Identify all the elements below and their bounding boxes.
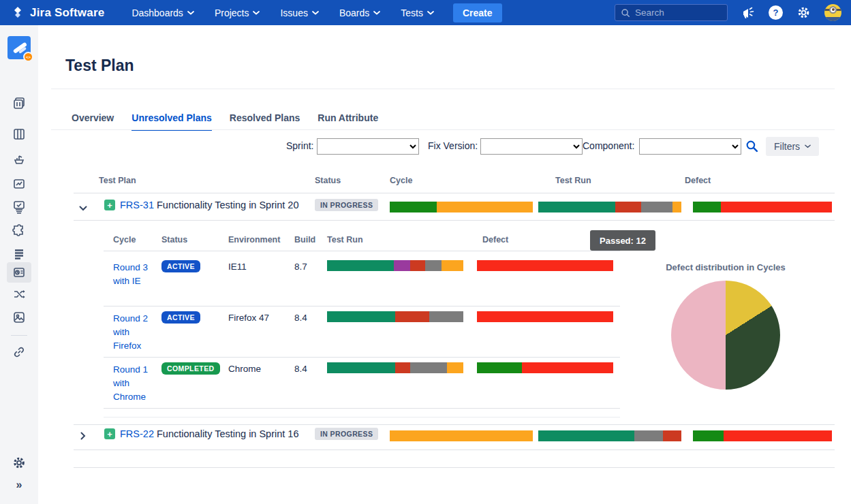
test-run-progress-bar[interactable] [538, 430, 681, 441]
tab-bar: Overview Unresolved Plans Resolved Plans… [72, 112, 378, 131]
divider [74, 193, 835, 193]
status-badge: IN PROGRESS [315, 199, 378, 211]
test-run-progress-bar[interactable] [538, 202, 681, 212]
issue-key-link[interactable]: FRS-22 [120, 428, 154, 439]
sprint-select[interactable] [317, 138, 419, 155]
test-run-progress-bar[interactable] [327, 311, 463, 322]
filters-button[interactable]: Filters [766, 137, 819, 156]
issue-summary-text: Functionality Testing in Sprint 16 [157, 428, 299, 439]
menu-issues[interactable]: Issues [280, 7, 318, 18]
board-icon[interactable] [12, 127, 26, 141]
divider [74, 450, 835, 450]
chevron-down-icon [373, 11, 380, 15]
tab-unresolved-plans[interactable]: Unresolved Plans [131, 112, 212, 131]
chevron-down-icon [187, 11, 194, 15]
pie-chart-title: Defect distribution in Cycles [630, 262, 821, 272]
top-navbar: Jira Software Dashboards Projects Issues… [0, 0, 851, 25]
menu-dashboards[interactable]: Dashboards [131, 7, 194, 18]
divider [104, 306, 620, 306]
addon-badge-icon: <> [23, 52, 33, 62]
menu-label: Dashboards [131, 7, 183, 18]
menu-projects[interactable]: Projects [215, 7, 260, 18]
project-sidebar: <> [0, 25, 38, 504]
test-plan-icon[interactable] [7, 262, 31, 283]
cycle-progress-bar[interactable] [390, 202, 533, 212]
user-avatar[interactable] [824, 4, 841, 21]
test-suite-icon[interactable] [12, 200, 26, 215]
test-plan-issue-type-icon: + [104, 200, 115, 210]
tab-resolved-plans[interactable]: Resolved Plans [230, 112, 300, 131]
releases-icon[interactable] [12, 153, 26, 166]
divider [74, 220, 835, 221]
link-icon[interactable] [12, 345, 26, 359]
defect-progress-bar[interactable] [693, 430, 832, 441]
sidebar-settings-icon[interactable] [12, 456, 27, 470]
media-icon[interactable] [12, 311, 26, 324]
issue-key-link[interactable]: FRS-31 [120, 200, 154, 210]
settings-icon[interactable] [796, 5, 811, 20]
help-icon[interactable]: ? [769, 5, 783, 20]
jira-app-window: Jira Software Dashboards Projects Issues… [0, 0, 851, 504]
test-run-progress-bar[interactable] [327, 362, 463, 373]
subcol-header-test-run: Test Run [327, 235, 363, 245]
reports-icon[interactable] [12, 177, 26, 191]
page-title: Test Plan [65, 57, 134, 75]
chevron-down-icon [805, 144, 811, 148]
shuffle-icon[interactable] [12, 288, 26, 300]
divider [104, 408, 620, 409]
subcol-header-status: Status [161, 235, 187, 245]
menu-label: Boards [339, 7, 369, 18]
menu-boards[interactable]: Boards [339, 7, 380, 18]
cycle-link[interactable]: Round 3 with IE [113, 261, 157, 288]
col-header-defect: Defect [685, 176, 711, 185]
defect-progress-bar[interactable] [693, 202, 832, 212]
defect-progress-bar[interactable] [477, 260, 613, 271]
chevron-down-icon [427, 11, 434, 15]
tab-run-attribute[interactable]: Run Attribute [318, 112, 378, 131]
search-input[interactable]: Search [615, 4, 728, 21]
collapse-row-chevron-icon[interactable] [79, 202, 87, 214]
project-avatar[interactable]: <> [7, 36, 31, 59]
cycle-status-badge: COMPLETED [161, 362, 220, 375]
test-run-progress-bar[interactable] [327, 260, 463, 271]
defect-progress-bar[interactable] [477, 362, 613, 373]
divider [104, 251, 620, 251]
filters-button-label: Filters [774, 141, 800, 152]
component-select[interactable] [639, 138, 741, 155]
environment-cell: Firefox 47 [228, 313, 269, 323]
cycle-progress-bar[interactable] [390, 430, 533, 441]
issues-icon[interactable] [13, 248, 25, 260]
cycle-link[interactable]: Round 2 with Firefox [113, 312, 157, 353]
chevron-down-icon [253, 11, 260, 15]
issue-summary: FRS-31 Functionality Testing in Sprint 2… [120, 200, 299, 210]
announcement-icon[interactable] [741, 7, 755, 19]
backlog-icon[interactable] [12, 96, 26, 110]
fix-version-select[interactable] [480, 138, 583, 155]
col-header-status: Status [315, 176, 341, 185]
addons-icon[interactable] [12, 224, 26, 238]
subcol-header-build: Build [294, 235, 315, 245]
tab-overview[interactable]: Overview [72, 112, 114, 131]
col-header-cycle: Cycle [390, 176, 412, 185]
navbar-right: Search ? [615, 4, 841, 21]
jira-diamond-icon [11, 6, 25, 20]
fix-version-filter-label: Fix Version: [428, 140, 478, 151]
filter-search-icon[interactable] [745, 140, 758, 155]
expand-row-chevron-icon[interactable] [80, 430, 86, 443]
build-cell: 8.7 [294, 262, 307, 272]
menu-tests[interactable]: Tests [401, 7, 434, 18]
status-badge: IN PROGRESS [315, 428, 378, 440]
cycle-link[interactable]: Round 1 with Chrome [113, 363, 157, 404]
defect-progress-bar[interactable] [477, 311, 613, 322]
col-header-test-plan: Test Plan [99, 176, 136, 185]
issue-summary: FRS-22 Functionality Testing in Sprint 1… [120, 428, 299, 439]
sidebar-divider [11, 335, 27, 336]
create-button[interactable]: Create [453, 3, 502, 22]
divider [104, 417, 620, 418]
expand-sidebar-icon[interactable]: » [16, 479, 22, 491]
subcol-header-environment: Environment [228, 235, 280, 245]
defect-distribution-pie-chart[interactable] [671, 281, 780, 390]
issue-summary-text: Functionality Testing in Sprint 20 [157, 200, 299, 210]
jira-logo[interactable]: Jira Software [11, 6, 104, 20]
chevron-down-icon [312, 11, 319, 15]
